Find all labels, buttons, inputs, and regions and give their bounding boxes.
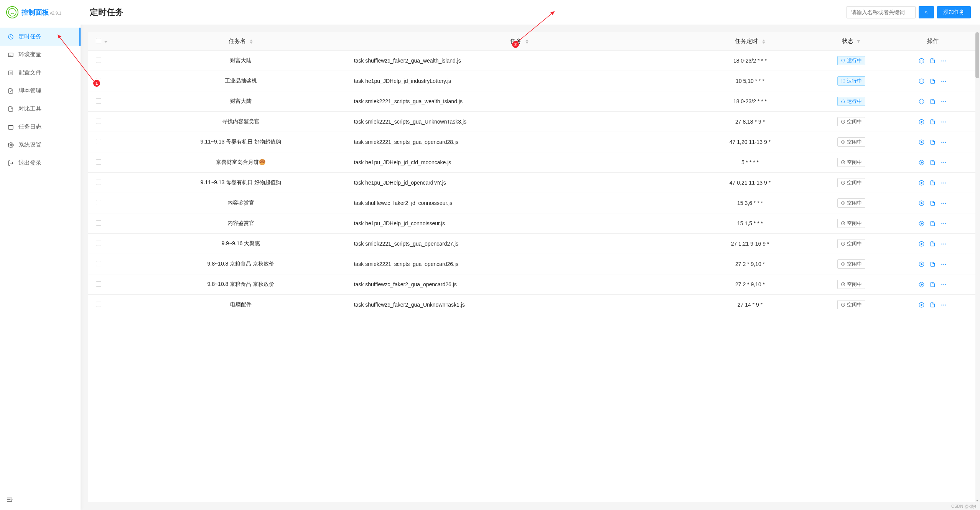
task-command-cell: task smiek2221_scripts_gua_opencard27.js: [351, 234, 688, 254]
sort-icon[interactable]: [525, 40, 529, 44]
log-icon[interactable]: [930, 58, 936, 64]
task-command-cell: task he1pu_JDHelp_jd_industryLottery.js: [351, 71, 688, 91]
play-icon[interactable]: [919, 282, 924, 287]
more-icon[interactable]: ···: [941, 160, 947, 165]
more-icon[interactable]: ···: [941, 119, 947, 125]
more-icon[interactable]: ···: [941, 261, 947, 267]
svg-point-8: [10, 144, 12, 146]
row-checkbox[interactable]: [96, 98, 101, 104]
sidebar-item-1[interactable]: 环境变量: [0, 46, 81, 64]
status-badge: 空闲中: [837, 178, 865, 187]
table-row: 内容鉴赏官task shufflewzc_faker2_jd_connoisse…: [88, 193, 975, 213]
svg-marker-52: [921, 304, 923, 306]
script-icon: [8, 88, 14, 94]
task-name-cell: 9.8~10.8 京粮食品 京秋放价: [131, 274, 351, 295]
play-icon[interactable]: [919, 180, 924, 186]
sidebar-item-7[interactable]: 退出登录: [0, 154, 81, 172]
more-icon[interactable]: ···: [941, 200, 947, 206]
row-checkbox[interactable]: [96, 241, 101, 246]
logout-icon: [8, 160, 14, 166]
search-input[interactable]: [847, 6, 916, 18]
more-icon[interactable]: ···: [941, 180, 947, 186]
row-checkbox[interactable]: [96, 119, 101, 124]
row-checkbox[interactable]: [96, 180, 101, 185]
chevron-down-icon[interactable]: [104, 41, 107, 43]
sort-icon[interactable]: [762, 40, 765, 44]
play-icon[interactable]: [919, 221, 924, 226]
task-name-cell: 京喜财富岛合月饼🥮: [131, 152, 351, 173]
column-header-name[interactable]: 任务名: [131, 32, 351, 51]
log-icon[interactable]: [930, 160, 936, 165]
column-header-actions: 操作: [890, 32, 975, 51]
settings-icon: [8, 142, 14, 148]
sidebar-item-0[interactable]: 定时任务: [0, 28, 81, 46]
play-icon[interactable]: [919, 139, 924, 145]
log-icon[interactable]: [930, 241, 936, 247]
log-icon[interactable]: [930, 221, 936, 226]
select-all-checkbox[interactable]: [96, 38, 101, 43]
add-task-button[interactable]: 添加任务: [937, 6, 971, 18]
app-logo: [6, 6, 18, 18]
more-icon[interactable]: ···: [941, 78, 947, 84]
log-icon[interactable]: [930, 200, 936, 206]
play-icon[interactable]: [919, 160, 924, 165]
svg-marker-34: [921, 182, 923, 184]
pause-icon[interactable]: [919, 99, 924, 104]
log-icon[interactable]: [930, 180, 936, 186]
task-table: 任务名 任务 任务定时: [88, 32, 975, 315]
more-icon[interactable]: ···: [941, 139, 947, 145]
sort-icon[interactable]: [250, 40, 253, 44]
pause-icon[interactable]: [919, 58, 924, 64]
log-icon[interactable]: [930, 99, 936, 104]
column-header-cron[interactable]: 任务定时: [688, 32, 812, 51]
play-icon[interactable]: [919, 261, 924, 267]
table-row: 京喜财富岛合月饼🥮task he1pu_JDHelp_jd_cfd_moonca…: [88, 152, 975, 173]
row-checkbox[interactable]: [96, 200, 101, 205]
more-icon[interactable]: ···: [941, 241, 947, 247]
log-icon[interactable]: [930, 78, 936, 84]
sidebar-item-5[interactable]: 任务日志: [0, 118, 81, 136]
row-checkbox[interactable]: [96, 261, 101, 266]
sidebar-item-label: 脚本管理: [18, 87, 41, 94]
status-badge: 空闲中: [837, 117, 865, 126]
sidebar-item-4[interactable]: 对比工具: [0, 100, 81, 118]
row-checkbox[interactable]: [96, 58, 101, 63]
row-checkbox[interactable]: [96, 220, 101, 226]
scrollbar[interactable]: [975, 32, 979, 502]
log-icon[interactable]: [930, 261, 936, 267]
pause-icon[interactable]: [919, 78, 924, 84]
svg-marker-28: [921, 141, 923, 143]
play-icon[interactable]: [919, 119, 924, 125]
row-checkbox[interactable]: [96, 159, 101, 165]
log-icon[interactable]: [930, 139, 936, 145]
main-content: 定时任务 添加任务: [81, 0, 980, 510]
sidebar-item-6[interactable]: 系统设置: [0, 136, 81, 154]
play-icon[interactable]: [919, 200, 924, 206]
sidebar-collapse-button[interactable]: [6, 496, 14, 504]
play-icon[interactable]: [919, 302, 924, 308]
task-name-cell: 工业品抽奖机: [131, 71, 351, 91]
table-row: 寻找内容鉴赏官task smiek2221_scripts_gua_Unknow…: [88, 112, 975, 132]
row-checkbox[interactable]: [96, 281, 101, 287]
column-header-task[interactable]: 任务: [351, 32, 688, 51]
log-icon[interactable]: [930, 282, 936, 287]
log-icon[interactable]: [930, 119, 936, 125]
more-icon[interactable]: ···: [941, 221, 947, 226]
task-cron-cell: 15 3,6 * * *: [688, 193, 812, 213]
more-icon[interactable]: ···: [941, 302, 947, 308]
more-icon[interactable]: ···: [941, 282, 947, 287]
filter-icon[interactable]: [856, 40, 861, 44]
status-badge: 空闲中: [837, 239, 865, 248]
more-icon[interactable]: ···: [941, 58, 947, 64]
column-header-status[interactable]: 状态: [812, 32, 890, 51]
sidebar-item-2[interactable]: 配置文件: [0, 64, 81, 82]
sidebar-item-3[interactable]: 脚本管理: [0, 82, 81, 100]
play-icon[interactable]: [919, 241, 924, 247]
row-checkbox[interactable]: [96, 302, 101, 307]
row-checkbox[interactable]: [96, 139, 101, 144]
status-badge: 空闲中: [837, 158, 865, 167]
more-icon[interactable]: ···: [941, 99, 947, 104]
search-button[interactable]: [919, 6, 934, 18]
svg-point-14: [919, 58, 924, 63]
log-icon[interactable]: [930, 302, 936, 308]
